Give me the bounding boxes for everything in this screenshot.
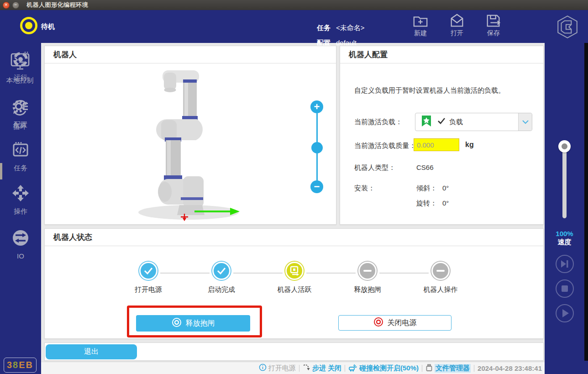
skip-next-button[interactable] [555,254,575,274]
brand-logo-icon [555,15,580,41]
task-label: 任务 [317,24,331,32]
check-icon [212,262,231,280]
sidebar-item-local-control[interactable]: 本地控制 [0,51,40,85]
collision-detection-item[interactable]: 碰撞检测开启(50%) [348,363,419,373]
active-payload-label: 当前激活负载： [354,118,402,126]
status-bar: 打开电源 步进 关闭 碰撞检测开启(50%) [41,362,545,374]
payload-option-label: 负载 [449,118,463,126]
footer-panel: 退出 [44,342,544,361]
open-task-button[interactable]: 打开 [442,13,472,37]
robot-panel: 机器人 [44,46,336,225]
step-release-brake: 释放抱闸 [340,262,395,294]
step-mode-item[interactable]: 步进 关闭 [303,363,341,373]
desktop-edge-strip [584,43,588,361]
check-icon [139,262,158,280]
robot-programming-environment: × − 机器人图形化编程环境 待机 任务 <未命名> 配置 default 新建 [0,0,588,374]
sidebar-item-operate[interactable]: 操作 [0,184,41,216]
power-off-button[interactable]: 关闭电源 [338,315,452,331]
rotation-value: 0° [442,199,449,207]
info-icon [259,363,267,373]
speed-value: 100% [545,230,584,237]
sidebar-item-loop[interactable]: 循环 [0,98,40,131]
new-task-button[interactable]: 新建 [405,13,436,37]
stop-button[interactable] [555,279,575,299]
move-arrows-icon [11,184,30,204]
save-task-button[interactable]: 保存 [478,13,509,37]
step-power-on: 打开电源 [121,262,176,294]
speed-slider-track[interactable] [562,145,567,218]
tilt-value: 0° [442,184,449,192]
sidebar-item-task[interactable]: 任务 [0,141,41,173]
check-icon [437,117,446,126]
new-file-icon [412,13,429,28]
exit-button[interactable]: 退出 [46,344,137,359]
speed-slider-knob[interactable] [558,140,571,153]
window-close-button[interactable]: × [3,2,10,9]
sidebar-item-io[interactable]: IO [0,229,41,260]
terminal-icon [10,51,31,73]
sidebar-corner [584,361,588,374]
window-minimize-button[interactable]: − [12,2,19,9]
separator [422,365,422,372]
robot-config-panel: 机器人配置 自定义负载用于暂时设置机器人当前激活的负载。 当前激活负载： 负载 … [340,46,544,225]
datetime-label: 2024-04-28 23:48:41 [478,364,542,372]
zoom-in-button[interactable]: + [310,100,323,113]
step-startup-complete: 启动完成 [194,262,249,294]
robot-type-value: CS66 [416,163,434,171]
separator [299,365,299,372]
power-status-item[interactable]: 打开电源 [259,363,296,373]
standby-status-icon [20,17,37,34]
io-icon [11,229,30,249]
separator [345,365,345,372]
release-brake-button[interactable]: 释放抱闸 [136,315,250,332]
open-file-icon [449,13,465,28]
play-button[interactable] [555,303,575,323]
payload-mass-unit: kg [465,141,474,149]
robot-state-title: 机器人状态 [45,229,543,246]
minus-icon [431,262,450,280]
target-circle-icon [172,317,182,329]
robot-panel-title: 机器人 [45,46,336,63]
step-robot-operate: 机器人操作 [413,262,468,294]
status-code-badge: 3 8 E B [4,358,37,373]
view-zoom-slider-knob[interactable] [311,142,323,153]
loop-icon [10,98,30,119]
payload-mass-label: 当前激活负载质量： [354,142,416,150]
code-window-icon [11,141,30,161]
step-mode-icon [303,363,310,373]
rotation-label: 旋转： [416,199,437,208]
payload-description: 自定义负载用于暂时设置机器人当前激活的负载。 [354,86,532,95]
payload-bookmark-icon [421,115,432,129]
robot-mode-label: 待机 [41,22,55,31]
robot-type-label: 机器人类型： [354,163,395,172]
robot-3d-view[interactable] [137,64,242,226]
speed-label: 速度 [545,238,584,247]
task-value: <未命名> [336,24,365,32]
collision-icon [348,363,357,373]
payload-dropdown[interactable]: 负载 [415,113,532,131]
file-manager-item[interactable]: 文件管理器 [425,363,471,373]
window-titlebar: × − 机器人图形化编程环境 [0,0,588,10]
robot-state-panel: 机器人状态 打开电源 启动完成 机器人活跃 [44,228,544,339]
minus-icon [358,262,377,280]
step-robot-active: 机器人活跃 [267,262,322,294]
zoom-out-button[interactable]: − [310,180,323,193]
payload-mass-input[interactable] [414,138,459,151]
tilt-label: 倾斜： [416,184,437,193]
robot-config-title: 机器人配置 [340,46,543,63]
app-header: 待机 任务 <未命名> 配置 default 新建 打开 [0,10,588,43]
separator [474,365,474,372]
chevron-down-icon[interactable] [518,113,532,131]
mount-label: 安装： [354,184,375,193]
robot-icon [285,262,304,280]
target-circle-red-icon [373,317,383,329]
save-icon [485,13,502,28]
window-title: 机器人图形化编程环境 [26,1,88,9]
task-row: 任务 <未命名> [317,24,365,32]
usb-drive-icon [425,363,433,373]
